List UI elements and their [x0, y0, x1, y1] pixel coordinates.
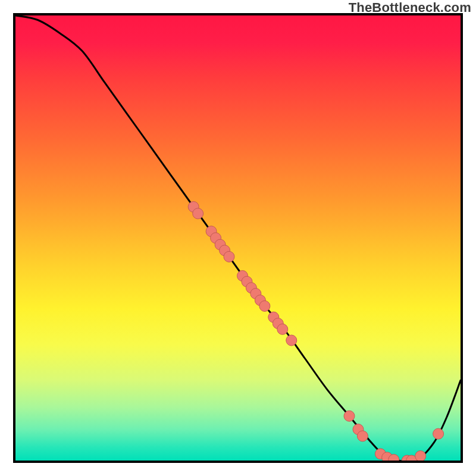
data-point-dot: [415, 451, 426, 461]
data-point-dot: [286, 335, 297, 346]
data-point-dot: [433, 428, 444, 439]
data-point-dot: [344, 411, 355, 421]
chart-frame: TheBottleneck.com: [0, 0, 476, 476]
highlighted-dots-group: [188, 202, 443, 461]
bottleneck-curve-line: [15, 15, 461, 461]
data-point-dot: [259, 300, 270, 311]
data-point-dot: [193, 208, 203, 219]
data-point-dot: [224, 251, 234, 262]
curve-layer: [15, 15, 461, 461]
data-point-dot: [277, 324, 288, 334]
data-point-dot: [357, 431, 368, 441]
plot-area: [13, 13, 463, 463]
